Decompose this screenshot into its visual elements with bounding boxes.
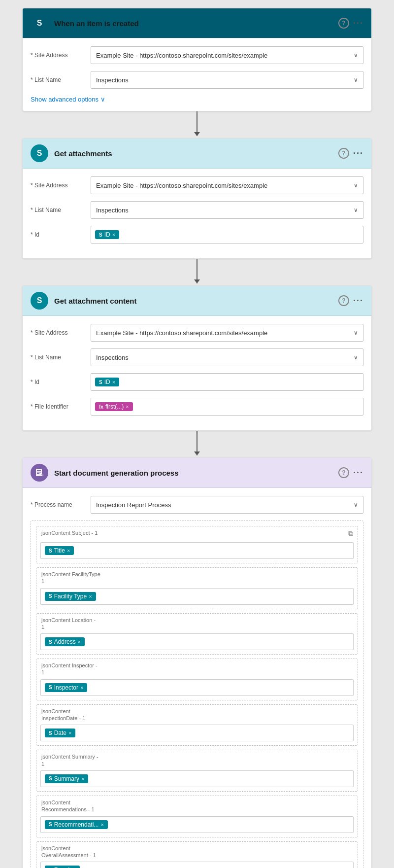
get-attachment-content-help-icon[interactable]: ? bbox=[338, 295, 349, 306]
json-section-5-input-wrapper: S Summary × bbox=[36, 768, 358, 791]
get-attachment-content-list-row: * List Name Inspections ∨ bbox=[31, 348, 363, 366]
json-section-1-tag: S Facility Type × bbox=[45, 592, 96, 601]
sp-icon-s3: S bbox=[49, 685, 52, 690]
get-attachments-site-select[interactable]: Example Site - https://contoso.sharepoin… bbox=[91, 176, 363, 194]
json-section-2-tag-close[interactable]: × bbox=[78, 639, 81, 645]
arrow-2 bbox=[197, 259, 197, 283]
json-section-5-field[interactable]: S Summary × bbox=[40, 770, 354, 787]
get-attachments-list-select[interactable]: Inspections ∨ bbox=[91, 201, 363, 219]
json-section-1-input-wrapper: S Facility Type × bbox=[36, 586, 358, 609]
json-section-1-tag-close[interactable]: × bbox=[89, 593, 92, 599]
get-attachment-content-file-id-tag: fx first(...) × bbox=[95, 402, 133, 411]
get-attachments-help-icon[interactable]: ? bbox=[338, 148, 349, 159]
trigger-list-chevron: ∨ bbox=[354, 76, 358, 83]
get-attachment-content-id-tag-close[interactable]: × bbox=[112, 379, 115, 385]
json-section-0-tag-close[interactable]: × bbox=[67, 548, 70, 554]
get-attachments-more-icon[interactable]: ··· bbox=[353, 148, 363, 159]
json-section-5-tag: S Summary × bbox=[45, 774, 88, 783]
get-attachment-content-id-tag: S ID × bbox=[95, 378, 119, 386]
json-section-4: jsonContentInspectionDate - 1 S Date × bbox=[36, 704, 358, 746]
get-attachment-content-file-id-label: * File Identifier bbox=[31, 403, 85, 410]
json-section-5: jsonContent Summary -1 S Summary × bbox=[36, 750, 358, 792]
json-section-4-input-wrapper: S Date × bbox=[36, 723, 358, 745]
doc-gen-help-icon[interactable]: ? bbox=[338, 467, 349, 478]
get-attachment-content-list-value: Inspections bbox=[96, 354, 129, 361]
doc-gen-body: * Process name Inspection Report Process… bbox=[23, 488, 371, 868]
trigger-help-icon[interactable]: ? bbox=[338, 18, 349, 29]
json-section-5-tag-close[interactable]: × bbox=[81, 776, 84, 782]
doc-gen-card: Start document generation process ? ··· … bbox=[22, 457, 372, 868]
arrow-3 bbox=[197, 431, 197, 455]
get-attachment-content-id-input[interactable]: S ID × bbox=[91, 373, 363, 391]
doc-gen-icon bbox=[31, 464, 48, 482]
json-section-6-input-wrapper: S Recommendati... × bbox=[36, 814, 358, 837]
get-attachment-content-file-id-tag-close[interactable]: × bbox=[126, 404, 129, 410]
show-advanced-chevron: ∨ bbox=[100, 96, 105, 103]
json-section-0: jsonContent Subject - 1 ⧉ S Title × bbox=[36, 526, 358, 563]
arrow-1 bbox=[197, 111, 197, 136]
get-attachment-content-id-tag-label: ID bbox=[104, 379, 110, 385]
json-section-1: jsonContent FacilityType1 S Facility Typ… bbox=[36, 567, 358, 609]
doc-gen-process-name-label: * Process name bbox=[31, 501, 85, 508]
get-attachment-content-site-chevron: ∨ bbox=[354, 329, 358, 336]
get-attachment-content-id-row: * Id S ID × bbox=[31, 373, 363, 391]
get-attachment-content-more-icon[interactable]: ··· bbox=[353, 296, 363, 306]
doc-gen-process-name-row: * Process name Inspection Report Process… bbox=[31, 496, 363, 514]
get-attachments-id-tag-close[interactable]: × bbox=[112, 232, 115, 238]
json-section-4-field[interactable]: S Date × bbox=[40, 725, 354, 741]
trigger-site-address-chevron: ∨ bbox=[354, 52, 358, 59]
json-section-4-tag-close[interactable]: × bbox=[68, 730, 71, 736]
get-attachment-content-title: Get attachment content bbox=[54, 297, 332, 305]
trigger-list-name-label: * List Name bbox=[31, 76, 85, 83]
json-section-1-tag-label: Facility Type bbox=[54, 593, 87, 600]
doc-gen-more-icon[interactable]: ··· bbox=[353, 468, 363, 478]
json-section-3: jsonContent Inspector -1 S Inspector × bbox=[36, 659, 358, 700]
json-section-7-label: jsonContentOverallAssessment - 1 bbox=[36, 842, 358, 860]
trigger-list-name-row: * List Name Inspections ∨ bbox=[31, 71, 363, 89]
json-section-3-tag: S Inspector × bbox=[45, 683, 87, 692]
show-advanced-button[interactable]: Show advanced options ∨ bbox=[31, 96, 363, 103]
trigger-site-address-select[interactable]: Example Site - https://contoso.sharepoin… bbox=[91, 46, 363, 64]
trigger-more-icon[interactable]: ··· bbox=[353, 18, 363, 29]
trigger-site-address-label: * Site Address bbox=[31, 52, 85, 59]
json-section-1-label: jsonContent FacilityType1 bbox=[36, 568, 358, 586]
get-attachment-content-site-value: Example Site - https://contoso.sharepoin… bbox=[96, 329, 267, 337]
sp-icon-1: S bbox=[99, 232, 102, 238]
get-attachments-id-input[interactable]: S ID × bbox=[91, 226, 363, 243]
json-section-0-tag: S Title × bbox=[45, 546, 74, 555]
sp-icon-s0: S bbox=[49, 548, 52, 554]
doc-gen-process-name-select[interactable]: Inspection Report Process ∨ bbox=[91, 496, 363, 514]
trigger-controls: ? ··· bbox=[338, 18, 363, 29]
trigger-header: S When an item is created ? ··· bbox=[23, 8, 371, 38]
get-attachment-content-file-id-row: * File Identifier fx first(...) × bbox=[31, 398, 363, 416]
json-section-6-label: jsonContentRecommendations - 1 bbox=[36, 796, 358, 814]
get-attachments-id-label: * Id bbox=[31, 231, 85, 238]
copy-icon-0[interactable]: ⧉ bbox=[344, 526, 358, 540]
json-section-3-label: jsonContent Inspector -1 bbox=[36, 659, 358, 677]
trigger-site-address-value: Example Site - https://contoso.sharepoin… bbox=[96, 52, 267, 59]
json-section-7: jsonContentOverallAssessment - 1 S Resul… bbox=[36, 841, 358, 868]
svg-rect-1 bbox=[37, 470, 41, 471]
json-section-4-tag: S Date × bbox=[45, 729, 75, 737]
get-attachment-content-list-select[interactable]: Inspections ∨ bbox=[91, 348, 363, 366]
json-section-0-field[interactable]: S Title × bbox=[40, 542, 354, 559]
get-attachments-header: S Get attachments ? ··· bbox=[23, 139, 371, 169]
connector-1 bbox=[197, 111, 197, 138]
doc-gen-header: Start document generation process ? ··· bbox=[23, 458, 371, 488]
get-attachments-list-value: Inspections bbox=[96, 207, 129, 214]
trigger-list-name-select[interactable]: Inspections ∨ bbox=[91, 71, 363, 89]
json-section-6-field[interactable]: S Recommendati... × bbox=[40, 816, 354, 833]
json-section-2-tag: S Address × bbox=[45, 637, 85, 646]
json-section-2-field[interactable]: S Address × bbox=[40, 633, 354, 650]
json-section-6-tag-close[interactable]: × bbox=[100, 822, 103, 828]
get-attachment-content-file-id-input[interactable]: fx first(...) × bbox=[91, 398, 363, 416]
get-attachment-content-site-select[interactable]: Example Site - https://contoso.sharepoin… bbox=[91, 324, 363, 342]
get-attachments-site-row: * Site Address Example Site - https://co… bbox=[31, 176, 363, 194]
json-section-7-field[interactable]: S Result × bbox=[40, 862, 354, 868]
json-section-6-tag: S Recommendati... × bbox=[45, 820, 108, 829]
get-attachment-content-body: * Site Address Example Site - https://co… bbox=[23, 316, 371, 430]
json-section-1-field[interactable]: S Facility Type × bbox=[40, 588, 354, 605]
json-section-3-tag-close[interactable]: × bbox=[80, 685, 83, 691]
svg-rect-3 bbox=[37, 473, 39, 474]
json-section-3-field[interactable]: S Inspector × bbox=[40, 679, 354, 696]
